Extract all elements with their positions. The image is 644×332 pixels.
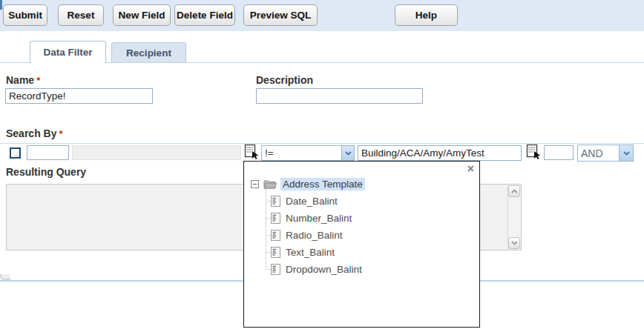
tree-item-row[interactable]: Text_Balint: [266, 245, 335, 259]
description-label-text: Description: [256, 74, 313, 86]
tree-item-row[interactable]: Date_Balint: [266, 193, 338, 208]
tab-data-filter[interactable]: Data Filter: [30, 41, 106, 63]
reset-button[interactable]: Reset: [58, 4, 104, 26]
document-icon: [271, 196, 280, 207]
field-short-input[interactable]: [27, 145, 69, 160]
tree-item-label[interactable]: Date_Balint: [286, 196, 338, 207]
description-input[interactable]: [256, 88, 423, 104]
search-by-label: Search By*: [6, 127, 63, 139]
conjunction-value: AND: [578, 147, 603, 159]
help-button[interactable]: Help: [395, 4, 458, 26]
search-by-required-mark: *: [56, 128, 62, 139]
conjunction-dropdown-button[interactable]: [619, 145, 633, 161]
name-label-text: Name: [6, 74, 34, 86]
tab-recipient[interactable]: Recipient: [111, 42, 186, 63]
operator-select[interactable]: !=: [261, 145, 355, 161]
name-input[interactable]: [5, 88, 153, 104]
preview-sql-button[interactable]: Preview SQL: [243, 4, 318, 26]
delete-field-button[interactable]: Delete Field: [174, 4, 235, 26]
field-picker-popup: × − Address Template Date_Balint: [243, 161, 480, 328]
folder-icon: [263, 179, 277, 189]
name-required-mark: *: [34, 75, 40, 86]
document-icon: [271, 247, 280, 258]
search-by-separator: [0, 143, 644, 144]
expression-input[interactable]: [358, 145, 522, 161]
toolbar: Submit Reset New Field Delete Field Prev…: [0, 0, 644, 31]
scroll-up-icon: [511, 189, 518, 193]
new-field-button[interactable]: New Field: [113, 4, 171, 26]
submit-button[interactable]: Submit: [3, 4, 47, 26]
tree-branch: [266, 201, 271, 202]
tree-item-label[interactable]: Dropdown_Balint: [286, 264, 362, 275]
tree-item-label[interactable]: Number_Balint: [286, 213, 352, 224]
name-label: Name*: [6, 74, 40, 86]
document-icon: [271, 230, 280, 241]
search-by-label-text: Search By: [6, 127, 56, 139]
tree-item-row[interactable]: Number_Balint: [266, 210, 352, 225]
tree-item-row[interactable]: Radio_Balint: [266, 228, 343, 242]
tree-branch: [266, 252, 271, 253]
chevron-down-icon: [623, 151, 630, 156]
report-filter-page: Submit Reset New Field Delete Field Prev…: [0, 0, 644, 332]
tree-branch: [266, 235, 271, 236]
value-picker-icon[interactable]: [526, 144, 541, 160]
query-scroll-up-button[interactable]: [508, 185, 520, 197]
document-icon: [271, 264, 280, 275]
close-icon[interactable]: ×: [467, 162, 474, 176]
operator-value: !=: [262, 147, 274, 159]
field-name-readonly: [72, 145, 241, 160]
tree-root-row[interactable]: − Address Template: [251, 176, 365, 191]
chevron-down-icon: [345, 151, 352, 156]
tree-branch: [266, 218, 271, 219]
conjunction-select[interactable]: AND: [577, 145, 634, 162]
document-icon: [271, 213, 280, 224]
operator-dropdown-button[interactable]: [341, 146, 354, 160]
accent-tick: [0, 0, 2, 10]
resulting-query-label: Resulting Query: [6, 166, 86, 178]
field-picker-icon[interactable]: [244, 144, 259, 160]
query-scroll-down-button[interactable]: [508, 237, 520, 249]
tree-root-label[interactable]: Address Template: [280, 178, 365, 190]
tree-item-label[interactable]: Radio_Balint: [286, 230, 343, 241]
scroll-down-icon: [511, 241, 518, 245]
tree-item-row[interactable]: Dropdown_Balint: [266, 262, 362, 276]
tree-item-label[interactable]: Text_Balint: [286, 247, 335, 258]
value-short-input[interactable]: [544, 145, 574, 160]
description-label: Description: [256, 74, 313, 86]
collapse-icon[interactable]: −: [251, 180, 259, 188]
tree-branch: [266, 269, 271, 270]
resulting-query-label-text: Resulting Query: [6, 166, 86, 178]
search-row-checkbox[interactable]: [10, 147, 21, 159]
panel-corner: [0, 274, 10, 280]
